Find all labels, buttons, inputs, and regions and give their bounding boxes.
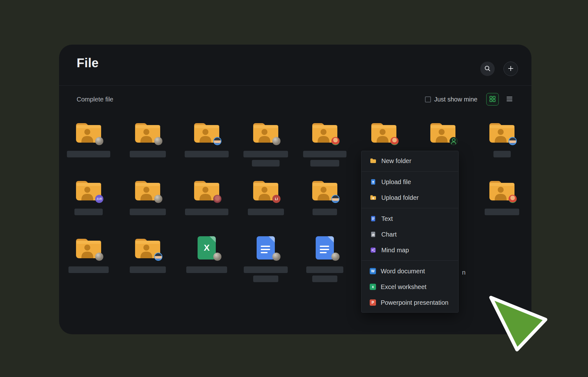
text-file-icon (370, 215, 377, 222)
menu-item-new-folder[interactable]: New folder (362, 153, 458, 169)
excel-icon: x (370, 284, 376, 290)
avatar-badge (95, 137, 103, 145)
search-button[interactable] (480, 62, 495, 76)
file-item[interactable] (59, 231, 118, 289)
avatar-badge: LI (272, 195, 280, 203)
avatar-badge (213, 195, 221, 203)
mind-map-icon (370, 247, 377, 254)
file-item[interactable] (472, 116, 531, 173)
powerpoint-icon: P (370, 299, 376, 306)
folder-icon (134, 236, 161, 260)
filename-skeleton (185, 209, 228, 215)
folder-icon (311, 121, 339, 144)
folder-icon (134, 178, 161, 202)
menu-item-text[interactable]: Text (362, 211, 458, 227)
menu-item-word-document[interactable]: W Word document (362, 263, 458, 279)
list-view-button[interactable] (503, 93, 516, 106)
upload-file-icon (370, 178, 377, 185)
file-item[interactable] (118, 116, 177, 173)
file-item[interactable] (295, 173, 354, 231)
folder-icon (488, 178, 516, 202)
avatar-badge: 志程 (95, 195, 103, 203)
menu-separator (362, 260, 458, 261)
menu-separator (362, 171, 458, 172)
folder-icon (75, 121, 102, 144)
folder-icon (134, 121, 161, 144)
filename-skeleton (248, 209, 284, 215)
filename-skeleton (130, 209, 166, 215)
file-grid: 志程 LI (59, 116, 531, 289)
menu-item-label: Mind map (381, 247, 409, 254)
folder-icon (488, 121, 516, 144)
menu-separator (362, 208, 458, 208)
avatar-badge (154, 137, 162, 145)
file-item[interactable] (177, 116, 236, 173)
upload-folder-icon (370, 194, 377, 201)
filename-skeleton (252, 160, 280, 167)
menu-item-mind-map[interactable]: Mind map (362, 242, 458, 258)
menu-item-upload-folder[interactable]: Upload folder (362, 190, 458, 205)
folder-icon (311, 178, 339, 202)
avatar-badge (331, 253, 340, 261)
chart-file-icon (370, 231, 377, 238)
filename-skeleton (74, 209, 103, 215)
subheader: Complete file Just show mine (77, 90, 516, 108)
checkbox-box[interactable] (425, 96, 431, 102)
avatar-badge (390, 137, 399, 145)
filename-skeleton (253, 276, 278, 282)
folder-icon (252, 121, 280, 144)
avatar-badge (213, 253, 221, 261)
file-item[interactable] (59, 116, 118, 173)
grid-view-button[interactable] (486, 93, 499, 106)
add-button[interactable] (504, 62, 518, 76)
folder-icon: 志程 (75, 178, 102, 202)
filename-skeleton (312, 276, 337, 282)
file-item[interactable] (295, 231, 354, 289)
just-show-mine-checkbox[interactable]: Just show mine (425, 96, 477, 103)
menu-item-chart[interactable]: Chart (362, 227, 458, 242)
file-item[interactable] (177, 173, 236, 231)
menu-item-excel-worksheet[interactable]: x Excel worksheet (362, 279, 458, 295)
filename-skeleton (130, 151, 166, 157)
file-item[interactable] (295, 116, 354, 173)
menu-item-label: Upload file (381, 178, 411, 186)
menu-item-upload-file[interactable]: Upload file (362, 174, 458, 190)
file-item[interactable] (236, 231, 295, 289)
menu-item-label: Excel worksheet (381, 283, 427, 291)
new-folder-icon (370, 157, 377, 164)
file-item[interactable]: X (177, 231, 236, 289)
file-item[interactable] (236, 116, 295, 173)
filename-skeleton (485, 209, 519, 215)
avatar-badge (272, 253, 280, 261)
plus-icon (507, 65, 514, 73)
file-item[interactable]: 志程 (59, 173, 118, 231)
file-item[interactable] (118, 173, 177, 231)
folder-icon (193, 121, 220, 144)
folder-icon (75, 236, 102, 260)
avatar-badge (331, 137, 340, 145)
word-icon: W (370, 268, 376, 274)
filename-skeleton (185, 151, 229, 157)
filename-skeleton (310, 160, 339, 167)
folder-icon (370, 121, 398, 144)
create-menu: New folder Upload file Upload folder Tex… (361, 151, 459, 313)
list-view-icon (506, 95, 513, 104)
filename-skeleton (313, 209, 337, 215)
file-item[interactable] (472, 173, 531, 231)
avatar-badge (509, 195, 517, 203)
avatar-badge (154, 253, 162, 261)
menu-item-label: Text (381, 215, 393, 222)
menu-item-label: New folder (381, 157, 411, 165)
cursor-arrow (485, 292, 551, 355)
shared-user-icon (449, 137, 458, 145)
filename-skeleton (68, 266, 109, 273)
header-divider (59, 85, 531, 86)
excel-file-icon: X (193, 236, 220, 260)
avatar-badge (213, 137, 221, 145)
file-item[interactable]: LI (236, 173, 295, 231)
avatar-badge (509, 137, 517, 145)
file-item[interactable] (118, 231, 177, 289)
page-fold (269, 236, 275, 243)
menu-item-label: Chart (381, 231, 397, 238)
menu-item-powerpoint-presentation[interactable]: P Powerpoint presentation (362, 295, 458, 310)
